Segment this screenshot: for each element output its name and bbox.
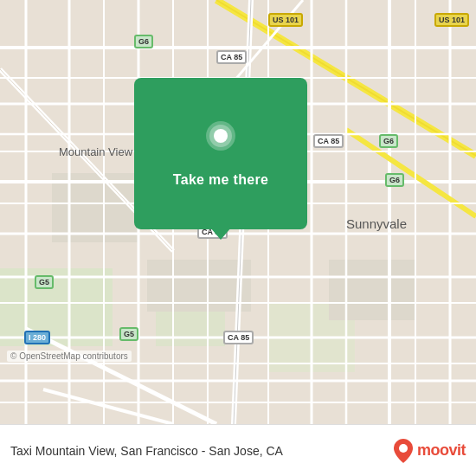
location-pin-icon	[203, 120, 238, 164]
g5-badge-bottom: G5	[119, 327, 138, 341]
moovit-logo: moovit	[393, 439, 466, 463]
i280-badge: I 280	[24, 331, 50, 344]
svg-rect-1	[0, 268, 113, 346]
ca85-badge-bottom: CA 85	[223, 331, 254, 344]
moovit-pin-icon	[393, 439, 414, 463]
us101-badge: US 101	[268, 13, 303, 27]
ca85-badge-top: CA 85	[216, 50, 247, 64]
g6-badge-mid: G6	[385, 173, 404, 187]
mountain-view-label: Mountain View	[59, 145, 132, 158]
take-me-there-popup[interactable]: Take me there	[134, 78, 307, 229]
bottom-bar: Taxi Mountain View, San Francisco - San …	[0, 424, 476, 476]
svg-point-46	[399, 444, 408, 453]
ca85-badge-right: CA 85	[313, 134, 344, 148]
page-title: Taxi Mountain View, San Francisco - San …	[10, 444, 283, 458]
map-container: Mountain View Sunnyvale CA 85 US 101 CA …	[0, 0, 476, 424]
sunnyvale-label: Sunnyvale	[346, 216, 407, 231]
g6-badge-top: G6	[134, 35, 153, 48]
osm-credit: © OpenStreetMap contributors	[7, 351, 132, 362]
us101-badge-right: US 101	[434, 13, 469, 27]
g6-badge-right: G6	[379, 134, 398, 148]
svg-rect-6	[329, 260, 415, 320]
g5-badge-left: G5	[35, 275, 54, 289]
take-me-there-button[interactable]: Take me there	[173, 172, 268, 188]
moovit-text: moovit	[417, 441, 466, 460]
